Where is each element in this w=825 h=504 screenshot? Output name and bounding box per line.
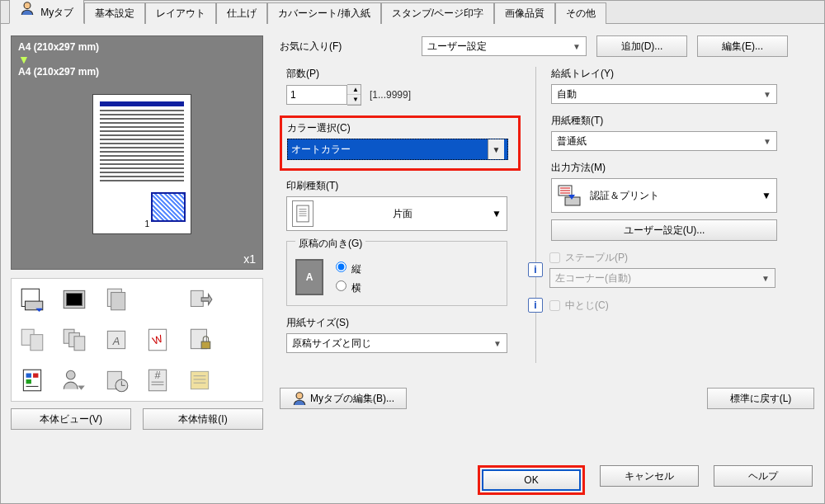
chevron-down-icon: ▼ <box>492 208 502 219</box>
paper-type-select[interactable]: 普通紙 ▼ <box>551 131 777 151</box>
tab-basic[interactable]: 基本設定 <box>84 2 145 24</box>
svg-rect-5 <box>66 293 82 305</box>
preview-column: A4 (210x297 mm) ▼ A4 (210x297 mm) 1 x1 <box>11 35 263 430</box>
orientation-group: 原稿の向き(G) A 縦 横 <box>286 241 507 306</box>
tab-cover[interactable]: カバーシート/挿入紙 <box>267 2 380 24</box>
svg-text:A: A <box>111 335 120 347</box>
feature-color-doc-icon[interactable] <box>12 360 54 401</box>
color-select[interactable]: オートカラー ▼ <box>287 139 508 160</box>
cancel-button[interactable]: キャンセル <box>600 465 699 487</box>
tab-quality[interactable]: 画像品質 <box>494 2 555 24</box>
tab-stamp[interactable]: スタンプ/ページ印字 <box>381 2 494 24</box>
feature-font-icon[interactable]: A <box>95 319 137 360</box>
reset-defaults-button[interactable]: 標準に戻す(L) <box>707 388 814 409</box>
paper-size-value: 原稿サイズと同じ <box>292 337 371 351</box>
dest-size: A4 (210x297 mm) <box>18 66 256 78</box>
tab-label: 基本設定 <box>95 7 134 19</box>
orientation-portrait-radio[interactable]: 縦 <box>332 259 361 276</box>
main-area: A4 (210x297 mm) ▼ A4 (210x297 mm) 1 x1 <box>1 24 824 436</box>
color-label: カラー選択(C) <box>287 121 513 135</box>
copies-range: [1...9999] <box>370 89 411 101</box>
svg-point-49 <box>296 393 303 399</box>
svg-point-0 <box>24 2 31 9</box>
chevron-down-icon: ▼ <box>488 139 504 159</box>
add-favorite-button[interactable]: 追加(D)... <box>596 35 687 57</box>
feature-transfer-icon[interactable] <box>179 279 221 319</box>
settings-two-columns: 部数(P) ▲ ▼ [1...9999] <box>280 67 814 363</box>
copies-field: 部数(P) ▲ ▼ [1...9999] <box>280 67 521 106</box>
single-page-icon <box>292 200 314 227</box>
output-method-value: 認証＆プリント <box>590 189 753 203</box>
saddle-field: i 中とじ(C) <box>528 298 814 313</box>
feature-screen-icon[interactable] <box>54 279 96 319</box>
tab-other[interactable]: その他 <box>555 2 606 24</box>
print-type-label: 印刷種類(T) <box>280 179 521 193</box>
body-info-button[interactable]: 本体情報(I) <box>143 408 263 430</box>
tab-label: レイアウト <box>156 7 205 19</box>
favorites-select[interactable]: ユーザー設定 ▼ <box>422 36 587 56</box>
paper-size-label: 用紙サイズ(S) <box>280 316 521 330</box>
orientation-landscape-radio[interactable]: 横 <box>332 278 361 295</box>
tab-finishing[interactable]: 仕上げ <box>216 2 267 24</box>
svg-rect-10 <box>31 335 43 351</box>
feature-history-icon[interactable] <box>95 360 137 401</box>
tray-select[interactable]: 自動 ▼ <box>551 84 777 104</box>
user-settings-button[interactable]: ユーザー設定(U)... <box>551 219 777 241</box>
feature-watermark-icon[interactable]: W <box>137 319 179 360</box>
chevron-down-icon: ▼ <box>493 339 502 348</box>
feature-numbering-icon[interactable]: # <box>137 360 179 401</box>
favorites-row: お気に入り(F) ユーザー設定 ▼ 追加(D)... 編集(E)... <box>280 35 814 57</box>
paper-type-field: 用紙種類(T) 普通紙 ▼ <box>551 114 814 151</box>
ok-highlight: OK <box>478 465 585 495</box>
image-placeholder-icon <box>151 192 186 222</box>
feature-multi-icon[interactable] <box>54 319 96 360</box>
edit-favorite-button[interactable]: 編集(E)... <box>697 35 788 57</box>
svg-text:#: # <box>155 369 162 381</box>
footer-row: Myタブの編集(B)... 標準に戻す(L) <box>280 388 814 409</box>
feature-copies-icon[interactable] <box>12 319 54 360</box>
svg-rect-13 <box>74 337 85 351</box>
saddle-checkbox: 中とじ(C) <box>549 299 609 313</box>
help-button[interactable]: ヘルプ <box>714 465 813 487</box>
favorites-label: お気に入り(F) <box>280 40 412 54</box>
staple-select: 左コーナー(自動) ▼ <box>549 268 776 288</box>
feature-lines-icon[interactable] <box>179 360 221 401</box>
chevron-down-icon: ▼ <box>761 274 770 283</box>
svg-rect-19 <box>201 341 210 349</box>
copies-input[interactable] <box>286 85 347 105</box>
info-icon[interactable]: i <box>528 262 543 277</box>
copies-spinner[interactable]: ▲ ▼ <box>347 84 361 106</box>
tab-layout[interactable]: レイアウト <box>145 2 216 24</box>
person-icon <box>292 391 307 406</box>
feature-secure-icon[interactable] <box>179 319 221 360</box>
paper-size-select[interactable]: 原稿サイズと同じ ▼ <box>286 333 507 353</box>
header-strip-icon <box>100 101 184 106</box>
copies-label: 部数(P) <box>280 67 521 81</box>
print-type-value: 片面 <box>322 207 483 221</box>
feature-user-icon[interactable] <box>54 360 96 401</box>
tab-mytab[interactable]: Myタブ <box>9 0 84 24</box>
spin-down-icon[interactable]: ▼ <box>347 95 361 105</box>
body-view-button[interactable]: 本体ビュー(V) <box>11 408 131 430</box>
chevron-down-icon: ▼ <box>573 42 581 51</box>
feature-stack-icon[interactable] <box>95 279 137 319</box>
feature-printer-icon[interactable] <box>12 279 54 319</box>
ok-button[interactable]: OK <box>482 469 581 491</box>
settings-col-right: 給紙トレイ(Y) 自動 ▼ 用紙種類(T) 普通紙 ▼ <box>535 67 814 363</box>
chevron-down-icon: ▼ <box>763 90 771 99</box>
print-type-field: 印刷種類(T) 片面 ▼ <box>280 179 521 231</box>
info-icon[interactable]: i <box>528 298 543 313</box>
print-type-select[interactable]: 片面 ▼ <box>286 196 507 231</box>
arrow-down-icon: ▼ <box>18 53 256 66</box>
output-method-select[interactable]: 認証＆プリント ▼ <box>551 178 777 213</box>
settings-col-left: 部数(P) ▲ ▼ [1...9999] <box>280 67 535 363</box>
preview-pane: A4 (210x297 mm) ▼ A4 (210x297 mm) 1 x1 <box>11 35 263 270</box>
chevron-down-icon: ▼ <box>763 137 771 146</box>
tray-value: 自動 <box>557 87 577 101</box>
spin-up-icon[interactable]: ▲ <box>347 85 361 95</box>
dialog-button-row: OK キャンセル ヘルプ <box>478 465 813 495</box>
feature-icon-grid: A W # <box>11 278 263 402</box>
edit-mytab-button[interactable]: Myタブの編集(B)... <box>280 388 407 409</box>
page-number: 1 <box>144 219 149 228</box>
svg-rect-7 <box>111 292 125 309</box>
